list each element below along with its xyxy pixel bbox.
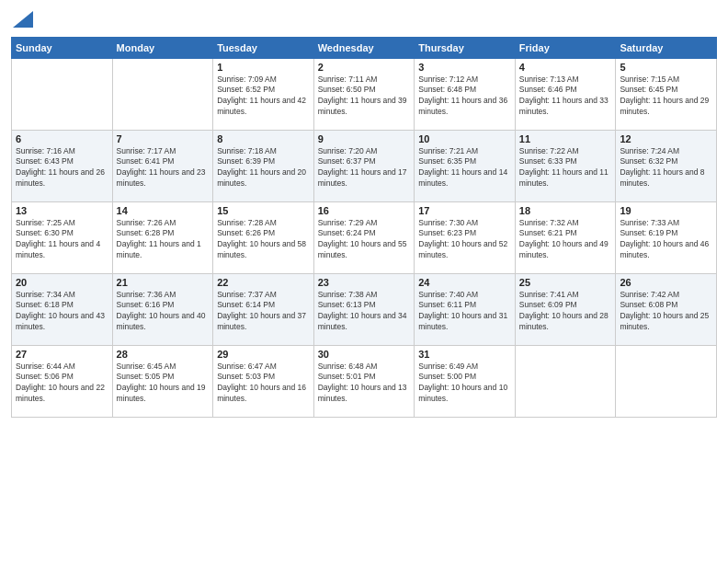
weekday-header: Friday	[515, 37, 616, 58]
cell-info: Sunrise: 7:28 AM Sunset: 6:26 PM Dayligh…	[217, 218, 310, 262]
cell-info: Sunrise: 7:42 AM Sunset: 6:08 PM Dayligh…	[620, 290, 712, 334]
day-number: 15	[217, 205, 310, 216]
calendar-table: SundayMondayTuesdayWednesdayThursdayFrid…	[11, 37, 717, 418]
calendar-cell: 12Sunrise: 7:24 AM Sunset: 6:32 PM Dayli…	[616, 130, 717, 201]
day-number: 24	[418, 277, 511, 288]
calendar-cell: 25Sunrise: 7:41 AM Sunset: 6:09 PM Dayli…	[515, 273, 616, 345]
cell-info: Sunrise: 7:29 AM Sunset: 6:24 PM Dayligh…	[318, 218, 411, 262]
day-number: 19	[620, 205, 712, 216]
calendar-cell: 11Sunrise: 7:22 AM Sunset: 6:33 PM Dayli…	[515, 130, 616, 201]
cell-info: Sunrise: 7:25 AM Sunset: 6:30 PM Dayligh…	[16, 218, 108, 262]
cell-info: Sunrise: 7:26 AM Sunset: 6:28 PM Dayligh…	[117, 218, 210, 262]
calendar-cell	[12, 58, 113, 130]
day-number: 22	[217, 277, 310, 288]
svg-marker-0	[13, 11, 33, 28]
day-number: 21	[117, 277, 210, 288]
calendar-cell: 21Sunrise: 7:36 AM Sunset: 6:16 PM Dayli…	[112, 273, 213, 345]
cell-info: Sunrise: 6:44 AM Sunset: 5:06 PM Dayligh…	[16, 362, 108, 406]
cell-info: Sunrise: 7:41 AM Sunset: 6:09 PM Dayligh…	[519, 290, 612, 334]
day-number: 23	[318, 277, 411, 288]
cell-info: Sunrise: 6:47 AM Sunset: 5:03 PM Dayligh…	[217, 362, 310, 406]
calendar-week-row: 27Sunrise: 6:44 AM Sunset: 5:06 PM Dayli…	[12, 345, 717, 417]
cell-info: Sunrise: 6:48 AM Sunset: 5:01 PM Dayligh…	[318, 362, 411, 406]
calendar-week-row: 13Sunrise: 7:25 AM Sunset: 6:30 PM Dayli…	[12, 201, 717, 273]
day-number: 2	[318, 62, 411, 73]
day-number: 26	[620, 277, 712, 288]
cell-info: Sunrise: 7:22 AM Sunset: 6:33 PM Dayligh…	[519, 146, 612, 190]
calendar-cell	[112, 58, 213, 130]
calendar-cell: 10Sunrise: 7:21 AM Sunset: 6:35 PM Dayli…	[415, 130, 516, 201]
page-container: SundayMondayTuesdayWednesdayThursdayFrid…	[0, 0, 728, 427]
day-number: 16	[318, 205, 411, 216]
cell-info: Sunrise: 7:38 AM Sunset: 6:13 PM Dayligh…	[318, 290, 411, 334]
cell-info: Sunrise: 7:30 AM Sunset: 6:23 PM Dayligh…	[418, 218, 511, 262]
cell-info: Sunrise: 7:09 AM Sunset: 6:52 PM Dayligh…	[217, 75, 310, 119]
calendar-cell: 5Sunrise: 7:15 AM Sunset: 6:45 PM Daylig…	[616, 58, 717, 130]
calendar-week-row: 20Sunrise: 7:34 AM Sunset: 6:18 PM Dayli…	[12, 273, 717, 345]
weekday-header: Tuesday	[213, 37, 314, 58]
weekday-header: Thursday	[415, 37, 516, 58]
cell-info: Sunrise: 7:13 AM Sunset: 6:46 PM Dayligh…	[519, 75, 612, 119]
calendar-cell: 18Sunrise: 7:32 AM Sunset: 6:21 PM Dayli…	[515, 201, 616, 273]
cell-info: Sunrise: 7:16 AM Sunset: 6:43 PM Dayligh…	[16, 146, 108, 190]
day-number: 1	[217, 62, 310, 73]
calendar-cell: 15Sunrise: 7:28 AM Sunset: 6:26 PM Dayli…	[213, 201, 314, 273]
calendar-cell: 2Sunrise: 7:11 AM Sunset: 6:50 PM Daylig…	[313, 58, 415, 130]
cell-info: Sunrise: 7:20 AM Sunset: 6:37 PM Dayligh…	[318, 146, 411, 190]
logo-text	[11, 9, 33, 29]
calendar-cell: 7Sunrise: 7:17 AM Sunset: 6:41 PM Daylig…	[112, 130, 213, 201]
weekday-header: Wednesday	[313, 37, 415, 58]
calendar-cell: 16Sunrise: 7:29 AM Sunset: 6:24 PM Dayli…	[313, 201, 415, 273]
calendar-cell: 22Sunrise: 7:37 AM Sunset: 6:14 PM Dayli…	[213, 273, 314, 345]
cell-info: Sunrise: 7:36 AM Sunset: 6:16 PM Dayligh…	[117, 290, 210, 334]
calendar-cell	[515, 345, 616, 417]
cell-info: Sunrise: 7:15 AM Sunset: 6:45 PM Dayligh…	[620, 75, 712, 119]
day-number: 4	[519, 62, 612, 73]
calendar-cell: 19Sunrise: 7:33 AM Sunset: 6:19 PM Dayli…	[616, 201, 717, 273]
day-number: 25	[519, 277, 612, 288]
logo	[11, 9, 33, 29]
calendar-cell: 17Sunrise: 7:30 AM Sunset: 6:23 PM Dayli…	[415, 201, 516, 273]
calendar-cell: 3Sunrise: 7:12 AM Sunset: 6:48 PM Daylig…	[415, 58, 516, 130]
calendar-cell: 13Sunrise: 7:25 AM Sunset: 6:30 PM Dayli…	[12, 201, 113, 273]
cell-info: Sunrise: 7:40 AM Sunset: 6:11 PM Dayligh…	[418, 290, 511, 334]
calendar-cell: 20Sunrise: 7:34 AM Sunset: 6:18 PM Dayli…	[12, 273, 113, 345]
calendar-cell: 8Sunrise: 7:18 AM Sunset: 6:39 PM Daylig…	[213, 130, 314, 201]
day-number: 29	[217, 349, 310, 360]
day-number: 13	[16, 205, 108, 216]
cell-info: Sunrise: 7:37 AM Sunset: 6:14 PM Dayligh…	[217, 290, 310, 334]
cell-info: Sunrise: 7:33 AM Sunset: 6:19 PM Dayligh…	[620, 218, 712, 262]
cell-info: Sunrise: 6:45 AM Sunset: 5:05 PM Dayligh…	[117, 362, 210, 406]
calendar-cell: 14Sunrise: 7:26 AM Sunset: 6:28 PM Dayli…	[112, 201, 213, 273]
day-number: 7	[117, 133, 210, 144]
weekday-header: Sunday	[12, 37, 113, 58]
cell-info: Sunrise: 7:34 AM Sunset: 6:18 PM Dayligh…	[16, 290, 108, 334]
day-number: 31	[418, 349, 511, 360]
calendar-cell: 9Sunrise: 7:20 AM Sunset: 6:37 PM Daylig…	[313, 130, 415, 201]
day-number: 27	[16, 349, 108, 360]
day-number: 3	[418, 62, 511, 73]
calendar-cell: 28Sunrise: 6:45 AM Sunset: 5:05 PM Dayli…	[112, 345, 213, 417]
day-number: 5	[620, 62, 712, 73]
day-number: 6	[16, 133, 108, 144]
calendar-cell: 31Sunrise: 6:49 AM Sunset: 5:00 PM Dayli…	[415, 345, 516, 417]
header	[11, 9, 717, 29]
calendar-cell: 27Sunrise: 6:44 AM Sunset: 5:06 PM Dayli…	[12, 345, 113, 417]
cell-info: Sunrise: 7:24 AM Sunset: 6:32 PM Dayligh…	[620, 146, 712, 190]
day-number: 28	[117, 349, 210, 360]
cell-info: Sunrise: 7:21 AM Sunset: 6:35 PM Dayligh…	[418, 146, 511, 190]
calendar-cell: 1Sunrise: 7:09 AM Sunset: 6:52 PM Daylig…	[213, 58, 314, 130]
calendar-week-row: 6Sunrise: 7:16 AM Sunset: 6:43 PM Daylig…	[12, 130, 717, 201]
calendar-cell: 23Sunrise: 7:38 AM Sunset: 6:13 PM Dayli…	[313, 273, 415, 345]
calendar-cell: 30Sunrise: 6:48 AM Sunset: 5:01 PM Dayli…	[313, 345, 415, 417]
day-number: 10	[418, 133, 511, 144]
cell-info: Sunrise: 7:17 AM Sunset: 6:41 PM Dayligh…	[117, 146, 210, 190]
calendar-cell: 4Sunrise: 7:13 AM Sunset: 6:46 PM Daylig…	[515, 58, 616, 130]
day-number: 30	[318, 349, 411, 360]
day-number: 8	[217, 133, 310, 144]
day-number: 9	[318, 133, 411, 144]
day-number: 11	[519, 133, 612, 144]
logo-arrow-icon	[13, 11, 33, 28]
cell-info: Sunrise: 7:18 AM Sunset: 6:39 PM Dayligh…	[217, 146, 310, 190]
calendar-cell: 6Sunrise: 7:16 AM Sunset: 6:43 PM Daylig…	[12, 130, 113, 201]
